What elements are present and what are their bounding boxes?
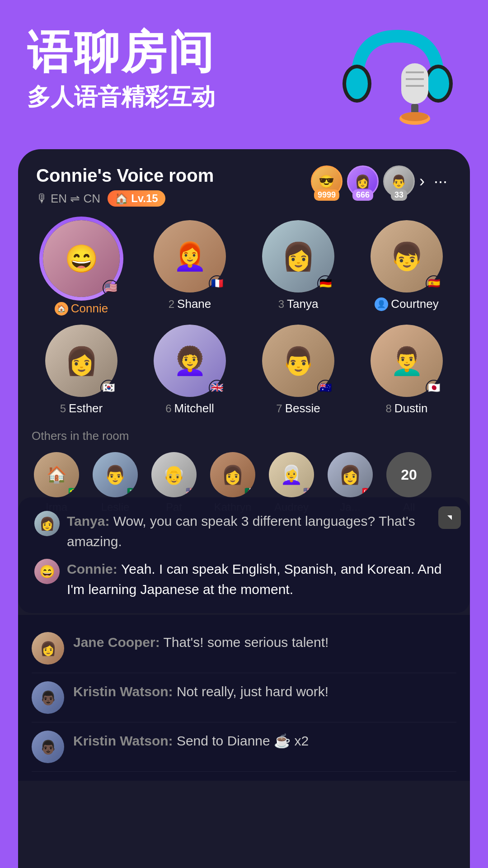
flag-shane: 🇫🇷: [209, 275, 225, 292]
other-flag-irma: 🇧🇷: [68, 486, 78, 496]
speaker-name-dustin: 8 Dustin: [385, 401, 427, 415]
msg-sender-kristin-1: Kristin Watson:: [73, 684, 173, 699]
other-flag-leslie: 🇸🇦: [127, 486, 137, 496]
speakers-grid: 😄 🇺🇸 🏠 Connie 👩‍🦰 🇫🇷: [32, 220, 456, 415]
all-count-bubble: 20: [386, 452, 432, 497]
room-lang: 🎙 EN ⇌ CN: [36, 192, 100, 206]
msg-avatar-kristin-2: 👨🏿: [32, 731, 64, 763]
viewer-2[interactable]: 👩 666: [347, 165, 379, 197]
speaker-avatar-wrap-shane: 👩‍🦰 🇫🇷: [154, 220, 226, 292]
chat-text-connie: Yeah. I can speak English, Spanish, and …: [67, 561, 441, 597]
message-item-kristin-2: 👨🏿 Kristin Watson: Send to Dianne ☕ x2: [32, 722, 456, 772]
flag-connie: 🇺🇸: [103, 280, 119, 296]
chat-avatar-tanya: 👩: [34, 511, 60, 536]
room-header-left: Connie's Voice room 🎙 EN ⇌ CN 🏠 Lv.15: [36, 165, 214, 207]
chat-text-tanya: Wow, you can speak 3 different languages…: [67, 514, 415, 549]
viewer-count-3: 33: [391, 189, 407, 201]
speaker-name-shane: 2 Shane: [169, 297, 211, 311]
other-avatar-audrey: 👩‍🦳 🇺🇸: [269, 452, 314, 497]
speaker-connie[interactable]: 😄 🇺🇸 🏠 Connie: [32, 220, 131, 316]
flag-bessie: 🇦🇺: [317, 380, 333, 396]
headphone-illustration: [334, 14, 461, 140]
msg-sender-jane: Jane Cooper:: [73, 635, 160, 650]
viewer-count-1: 9999: [314, 189, 339, 201]
room-title: Connie's Voice room: [36, 165, 214, 186]
speaker-name-courtney: 👤 Courtney: [375, 297, 439, 311]
chat-sender-connie: Connie:: [67, 561, 121, 576]
room-meta: 🎙 EN ⇌ CN 🏠 Lv.15: [36, 190, 214, 207]
message-item-jane: 👩 Jane Cooper: That's! some serious tale…: [32, 624, 456, 673]
other-flag-pat: 🇺🇸: [186, 486, 196, 496]
speaker-name-connie: 🏠 Connie: [55, 302, 108, 316]
more-options-button[interactable]: ···: [429, 167, 452, 195]
flag-tanya: 🇩🇪: [317, 275, 333, 292]
chat-avatar-connie: 😄: [34, 559, 60, 584]
svg-point-1: [346, 68, 368, 99]
host-icon-connie: 🏠: [55, 302, 68, 316]
speaker-mitchell[interactable]: 👩‍🦱 🇬🇧 6 Mitchell: [140, 325, 239, 415]
speaker-tanya[interactable]: 👩 🇩🇪 3 Tanya: [249, 220, 348, 316]
speaker-avatar-wrap-courtney: 👦 🇪🇸: [371, 220, 443, 292]
others-title: Others in the room: [32, 429, 456, 443]
speaker-name-tanya: 3 Tanya: [278, 297, 319, 311]
speaker-name-esther: 5 Esther: [60, 401, 103, 415]
message-list: 👩 Jane Cooper: That's! some serious tale…: [18, 615, 470, 781]
speaker-avatar-wrap-mitchell: 👩‍🦱 🇬🇧: [154, 325, 226, 397]
other-avatar-irma: 🏠 🇧🇷: [34, 452, 79, 497]
speaker-avatar-wrap-bessie: 👨 🇦🇺: [262, 325, 334, 397]
expand-button[interactable]: [438, 506, 461, 529]
message-item-kristin-1: 👨🏿 Kristin Watson: Not really, just hard…: [32, 673, 456, 722]
other-avatar-pat: 👴 🇺🇸: [151, 452, 197, 497]
speaker-name-bessie: 7 Bessie: [276, 401, 320, 415]
flag-esther: 🇰🇷: [100, 380, 117, 396]
viewer-3[interactable]: 👨 33: [383, 165, 415, 197]
speaker-avatar-wrap-tanya: 👩 🇩🇪: [262, 220, 334, 292]
all-count: 20: [401, 467, 417, 483]
other-avatar-ja: 👩 🇹🇷: [328, 452, 373, 497]
speaker-avatar-wrap-esther: 👩 🇰🇷: [45, 325, 117, 397]
msg-text-kristin-1: Not really, just hard work!: [177, 684, 328, 699]
room-header-right: 😎 9999 👩 666 👨 33 › ···: [311, 165, 452, 197]
speaker-avatar-wrap-dustin: 👨‍🦱 🇯🇵: [371, 325, 443, 397]
room-header: Connie's Voice room 🎙 EN ⇌ CN 🏠 Lv.15 😎 …: [18, 149, 470, 216]
speaker-avatar-wrap-connie: 😄 🇺🇸: [43, 220, 120, 297]
msg-avatar-kristin-1: 👨🏿: [32, 681, 64, 714]
msg-text-kristin-2: Send to Dianne ☕ x2: [177, 733, 309, 748]
mic-icon: 🎙: [36, 192, 48, 206]
other-flag-audrey: 🇺🇸: [303, 486, 313, 496]
speaker-esther[interactable]: 👩 🇰🇷 5 Esther: [32, 325, 131, 415]
other-flag-kathryn: 🇩🇿: [244, 486, 254, 496]
msg-text-jane: That's! some serious talent!: [164, 635, 329, 650]
msg-avatar-jane: 👩: [32, 632, 64, 665]
msg-content-jane: Jane Cooper: That's! some serious talent…: [73, 632, 328, 652]
speaker-shane[interactable]: 👩‍🦰 🇫🇷 2 Shane: [140, 220, 239, 316]
profile-icon-courtney: 👤: [375, 297, 388, 311]
chevron-right-icon[interactable]: ›: [419, 172, 425, 191]
chat-bubble: 👩 Tanya: Wow, you can speak 3 different …: [18, 497, 470, 613]
msg-content-kristin-1: Kristin Watson: Not really, just hard wo…: [73, 681, 328, 702]
viewer-count-2: 666: [352, 189, 373, 201]
svg-point-3: [427, 68, 449, 99]
chat-line-tanya: 👩 Tanya: Wow, you can speak 3 different …: [34, 511, 454, 552]
top-banner: 语聊房间 多人语音精彩互动: [0, 0, 488, 172]
flag-dustin: 🇯🇵: [426, 380, 442, 396]
speakers-section: 😄 🇺🇸 🏠 Connie 👩‍🦰 🇫🇷: [18, 216, 470, 425]
msg-content-kristin-2: Kristin Watson: Send to Dianne ☕ x2: [73, 731, 309, 751]
speaker-bessie[interactable]: 👨 🇦🇺 7 Bessie: [249, 325, 348, 415]
svg-point-10: [401, 112, 428, 121]
viewer-1[interactable]: 😎 9999: [311, 165, 343, 197]
other-flag-ja: 🇹🇷: [362, 486, 372, 496]
level-badge: 🏠 Lv.15: [108, 190, 165, 207]
other-avatar-kathryn: 👩 🇩🇿: [210, 452, 255, 497]
speaker-dustin[interactable]: 👨‍🦱 🇯🇵 8 Dustin: [357, 325, 456, 415]
flag-mitchell: 🇬🇧: [209, 380, 225, 396]
other-avatar-leslie: 👨 🇸🇦: [93, 452, 138, 497]
chat-sender-tanya: Tanya:: [67, 514, 113, 528]
msg-sender-kristin-2: Kristin Watson:: [73, 733, 173, 748]
svg-rect-4: [401, 63, 428, 104]
chat-line-connie: 😄 Connie: Yeah. I can speak English, Spa…: [34, 559, 454, 599]
speaker-name-mitchell: 6 Mitchell: [165, 401, 214, 415]
level-icon: 🏠: [115, 192, 128, 205]
flag-courtney: 🇪🇸: [426, 275, 442, 292]
speaker-courtney[interactable]: 👦 🇪🇸 👤 Courtney: [357, 220, 456, 316]
